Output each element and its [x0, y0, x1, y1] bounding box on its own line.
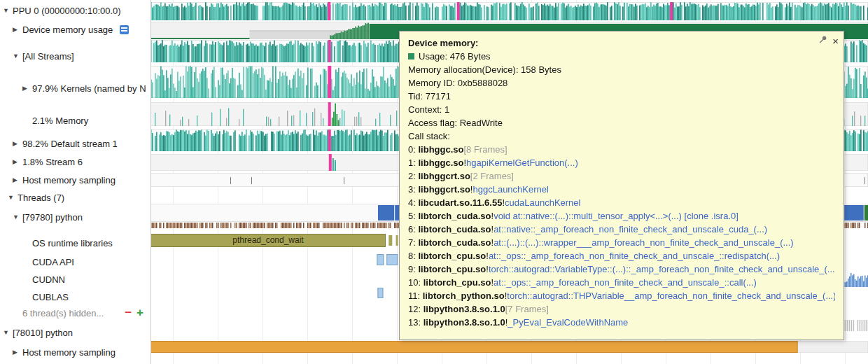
os-runtime-event-pthread-cond-wait[interactable]: pthread_cond_wait	[150, 234, 386, 247]
frame-count: [2 Frames]	[470, 171, 514, 181]
chevron-right-icon[interactable]: ▶	[13, 158, 22, 165]
call-stack-frame: 13: libpython3.8.so.1.0!_PyEval_EvalCode…	[408, 316, 835, 329]
chart-view-icon[interactable]	[120, 25, 129, 34]
sidebar-item-ppu-0-00000000-10-00-0[interactable]: ▼PPU 0 (00000000:10:00.0)	[0, 4, 150, 17]
chevron-right-icon[interactable]: ▶	[13, 176, 22, 183]
sidebar-item-cuda-api[interactable]: CUDA API	[0, 255, 150, 268]
sidebar-item-97-9-kernels-named-by-n[interactable]: ▶97.9% Kernels (named by N	[0, 82, 150, 94]
sidebar-item-label: Threads (7)	[18, 192, 64, 203]
sidebar-item-label: CUDA API	[32, 257, 74, 267]
sidebar-item-host-memory-sampling[interactable]: ▶Host memory sampling	[0, 346, 150, 358]
sidebar-item-label: [All Streams]	[22, 51, 74, 62]
chevron-down-icon[interactable]: ▼	[3, 7, 13, 14]
chevron-right-icon[interactable]: ▶	[22, 85, 32, 92]
sidebar-item-label: [79780] python	[22, 212, 83, 223]
call-stack-frame: 0: libhggc.so[8 Frames]	[408, 143, 835, 156]
call-stack-frame: 8: libtorch_cpu.so!at::_ops::_amp_foreac…	[408, 249, 835, 262]
call-stack-frame: 4: libcudart.so.11.6.55!cudaLaunchKernel	[408, 196, 835, 209]
call-stack-function-link[interactable]: torch::autograd::VariableType::(...)::_a…	[489, 264, 835, 274]
chevron-right-icon[interactable]: ▶	[13, 140, 22, 147]
call-stack-frame: 3: libhggcrt.so!hggcLaunchKernel	[408, 183, 835, 196]
chevron-right-icon[interactable]: ▶	[13, 26, 22, 33]
sidebar-item-cublas[interactable]: CUBLAS	[0, 290, 150, 303]
chevron-down-icon[interactable]: ▼	[13, 52, 22, 59]
call-stack-function-link[interactable]: void at::native::(...)::multi_tensor_app…	[493, 211, 738, 221]
call-stack-frame: 12: libpython3.8.so.1.0[7 Frames]	[408, 302, 835, 316]
call-stack-frame: 1: libhggc.so!hgapiKernelGetFunction(...…	[408, 156, 835, 169]
sidebar-item-cudnn[interactable]: CUDNN	[0, 273, 150, 286]
tooltip-usage-line: Usage: 476 Bytes	[408, 50, 835, 63]
timeline-sidebar: ▼PPU 0 (00000000:10:00.0)▶Device memory …	[0, 0, 151, 364]
call-stack-function-link[interactable]: _PyEval_EvalCodeWithName	[507, 317, 628, 328]
profiler-timeline-view: pthread_cond_wait ▼PPU 0 (00000000:10:00…	[0, 0, 868, 364]
call-stack-function-link[interactable]: at::(...)::(...)::wrapper___amp_foreach_…	[493, 237, 794, 248]
frame-count: [8 Frames]	[463, 144, 507, 155]
call-stack-function-link[interactable]: cudaLaunchKernel	[505, 197, 580, 208]
sidebar-item-label: OS runtime libraries	[32, 238, 113, 248]
tooltip-controls: ×	[818, 35, 839, 46]
call-stack-list: 0: libhggc.so[8 Frames]1: libhggc.so!hga…	[408, 143, 835, 329]
call-stack-frame: 11: libtorch_python.so!torch::autograd::…	[408, 289, 835, 302]
device-memory-tooltip: × Device memory: Usage: 476 Bytes Memory…	[399, 31, 844, 340]
tooltip-field: Memory ID: 0xb5888028	[408, 76, 835, 90]
sidebar-item-label: Device memory usage	[22, 24, 113, 35]
frame-count: [7 Frames]	[505, 304, 549, 314]
sidebar-item-label: 97.9% Kernels (named by N	[32, 83, 146, 94]
sidebar-item-78010-python[interactable]: ▼[78010] python	[0, 326, 150, 339]
sidebar-item-label: 6 thread(s) hidden...	[22, 308, 104, 318]
call-stack-frame: 7: libtorch_cuda.so!at::(...)::(...)::wr…	[408, 236, 835, 249]
sidebar-item-label: PPU 0 (00000000:10:00.0)	[13, 6, 121, 16]
call-stack-frame: 9: libtorch_cpu.so!torch::autograd::Vari…	[408, 262, 835, 276]
usage-color-swatch	[408, 53, 414, 59]
pin-icon[interactable]	[818, 35, 827, 46]
sidebar-item-label: CUBLAS	[32, 292, 69, 302]
os-runtime-event-label: pthread_cond_wait	[232, 235, 303, 245]
sidebar-item-1-8-stream-6[interactable]: ▶1.8% Stream 6	[0, 155, 150, 168]
sidebar-item-threads-7[interactable]: ▼Threads (7)	[0, 191, 150, 204]
call-stack-function-link[interactable]: hggcLaunchKernel	[472, 184, 548, 195]
tooltip-field: Memory allocation(Device): 158 Bytes	[408, 63, 835, 76]
sidebar-item-label: Host memory sampling	[22, 175, 115, 186]
tooltip-title: Device memory:	[408, 36, 835, 50]
sidebar-item-label: 1.8% Stream 6	[22, 157, 83, 167]
show-thread-button[interactable]: +	[136, 307, 144, 319]
call-stack-function-link[interactable]: at::native::_amp_foreach_non_finite_chec…	[493, 224, 767, 234]
chevron-down-icon[interactable]: ▼	[8, 194, 18, 201]
chevron-right-icon[interactable]: ▶	[13, 349, 22, 356]
sidebar-item-label: [78010] python	[13, 328, 73, 338]
sidebar-item-host-memory-sampling[interactable]: ▶Host memory sampling	[0, 174, 150, 186]
tooltip-field: Tid: 77171	[408, 90, 835, 103]
sidebar-item-6-thread-s-hidden[interactable]: 6 thread(s) hidden...−+	[0, 307, 150, 319]
sidebar-item-device-memory-usage[interactable]: ▶Device memory usage	[0, 23, 150, 36]
call-stack-frame: 2: libhggcrt.so[2 Frames]	[408, 169, 835, 183]
tooltip-fields: Memory allocation(Device): 158 BytesMemo…	[408, 63, 835, 130]
sidebar-item-label: Host memory sampling	[22, 347, 115, 358]
close-icon[interactable]: ×	[832, 36, 839, 46]
call-stack-frame: 5: libtorch_cuda.so!void at::native::(..…	[408, 209, 835, 223]
call-stack-frame: 10: libtorch_cpu.so!at::_ops::_amp_forea…	[408, 276, 835, 289]
sidebar-item-label: 2.1% Memory	[32, 115, 88, 126]
chevron-down-icon[interactable]: ▼	[3, 329, 13, 336]
sidebar-item-label: CUDNN	[32, 274, 65, 285]
usage-text: Usage: 476 Bytes	[419, 51, 491, 62]
tooltip-field: Context: 1	[408, 103, 835, 116]
call-stack-function-link[interactable]: at::_ops::_amp_foreach_non_finite_check_…	[489, 251, 780, 261]
chevron-down-icon[interactable]: ▼	[13, 214, 22, 220]
sidebar-item-98-2-default-stream-1[interactable]: ▶98.2% Default stream 1	[0, 137, 150, 150]
hide-thread-button[interactable]: −	[125, 307, 132, 319]
call-stack-label: Call stack:	[408, 130, 835, 143]
sidebar-item-79780-python[interactable]: ▼[79780] python	[0, 211, 150, 223]
call-stack-function-link[interactable]: at::_ops::_amp_foreach_non_finite_check_…	[493, 277, 757, 288]
sidebar-item-label: 98.2% Default stream 1	[22, 139, 118, 149]
sidebar-item-os-runtime-libraries[interactable]: OS runtime libraries	[0, 237, 150, 249]
call-stack-function-link[interactable]: torch::autograd::THPVariable__amp_foreac…	[507, 290, 835, 301]
tooltip-field: Access flag: ReadWrite	[408, 116, 835, 130]
sidebar-item-2-1-memory[interactable]: 2.1% Memory	[0, 114, 150, 127]
sidebar-item-all-streams[interactable]: ▼[All Streams]	[0, 50, 150, 62]
call-stack-frame: 6: libtorch_cuda.so!at::native::_amp_for…	[408, 223, 835, 236]
call-stack-function-link[interactable]: hgapiKernelGetFunction(...)	[466, 158, 578, 168]
